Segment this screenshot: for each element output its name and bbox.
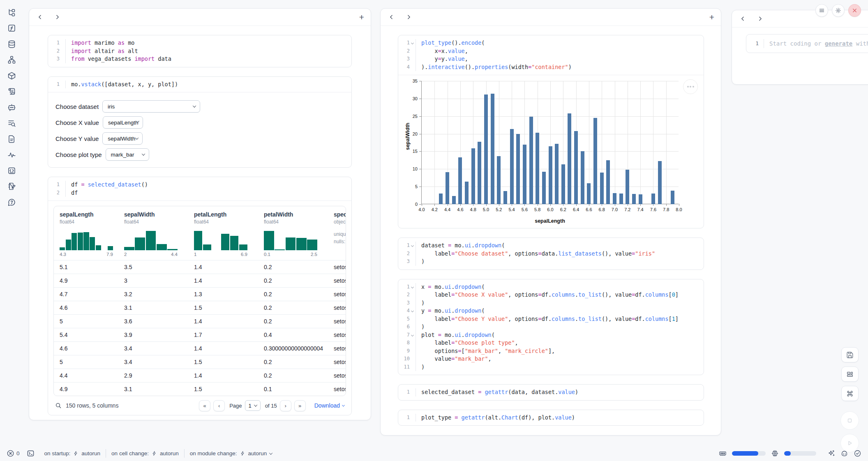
generate-link[interactable]: generate	[825, 40, 852, 47]
packages-icon[interactable]	[7, 71, 16, 81]
fold-toggle-icon[interactable]	[410, 39, 416, 47]
chart-bar	[439, 194, 443, 204]
column-name: petalWidth	[264, 211, 328, 218]
code-editor[interactable]: 1import marimo as mo2import altair as al…	[48, 35, 351, 67]
tracing-icon[interactable]	[7, 150, 16, 160]
table-row[interactable]: 4.931.40.2setosa	[54, 274, 346, 287]
errors-button[interactable]: 0	[7, 449, 20, 457]
add-cell-button[interactable]: +	[709, 13, 714, 21]
chart-bar	[458, 157, 462, 204]
table-cell: 0.1	[258, 386, 328, 392]
cell-imports[interactable]: 1import marimo as mo2import altair as al…	[48, 35, 352, 67]
table-row[interactable]: 4.63.11.50.2setosa	[54, 301, 346, 314]
chart-menu-button[interactable]	[683, 79, 698, 94]
table-column-header[interactable]: sepalWidthfloat6424.4	[118, 211, 188, 257]
cell-dataset-dropdown[interactable]: 1dataset = mo.ui.dropdown(2 label="Choos…	[398, 237, 704, 270]
fold-gutter	[410, 291, 416, 299]
ai-chat-icon[interactable]	[7, 102, 16, 112]
next-page-button[interactable]: ›	[280, 400, 291, 411]
cell-selected-dataset[interactable]: 1selected_dataset = getattr(data, datase…	[398, 384, 704, 401]
chevron-right-icon[interactable]	[53, 13, 61, 21]
cpu-icon[interactable]	[771, 449, 779, 457]
table-column-header[interactable]: speciesobjectuniquenulls:	[328, 211, 346, 257]
table-row[interactable]: 53.61.40.2setosa	[54, 314, 346, 328]
cpu-usage-meter[interactable]	[784, 451, 816, 456]
code-editor[interactable]: 1df = selected_dataset()2df	[48, 177, 351, 201]
terminal-button[interactable]	[27, 449, 35, 457]
prev-page-button[interactable]: ‹	[213, 400, 225, 411]
x-axis-tick-label: 7.6	[646, 207, 660, 212]
chevron-right-icon[interactable]	[404, 13, 413, 21]
cell-vstack[interactable]: 1mo.vstack([dataset, x, y, plot]) Choose…	[48, 76, 352, 168]
code-editor[interactable]: 1x = mo.ui.dropdown(2 label="Choose X va…	[398, 279, 704, 375]
page-number-select[interactable]: 1	[245, 400, 261, 411]
fold-toggle-icon[interactable]	[410, 307, 416, 315]
copilot-icon[interactable]	[840, 449, 848, 457]
empty-cell[interactable]: 1 Start coding or generate with	[746, 34, 868, 53]
code-editor[interactable]: 1plot_type().encode(2 x=x.value,3 y=y.va…	[398, 35, 704, 75]
chevron-left-icon[interactable]	[36, 13, 44, 21]
cell-chart[interactable]: 1plot_type().encode(2 x=x.value,3 y=y.va…	[398, 35, 704, 228]
chevron-left-icon[interactable]	[739, 15, 747, 23]
help-icon[interactable]	[7, 197, 16, 207]
fold-toggle-icon[interactable]	[410, 283, 416, 291]
settings-button[interactable]	[832, 4, 845, 17]
on-cell-change-setting[interactable]: on cell change: autorun	[111, 450, 179, 456]
y-value-select[interactable]: sepalWidth	[102, 132, 143, 145]
table-column-header[interactable]: petalWidthfloat640.12.5	[258, 211, 328, 257]
menu-button[interactable]	[815, 4, 828, 17]
cell-dataframe[interactable]: 1df = selected_dataset()2df sepalLengthf…	[48, 177, 352, 415]
table-row[interactable]: 5.43.91.70.4setosa	[54, 328, 346, 341]
table-row[interactable]: 4.73.21.30.2setosa	[54, 287, 346, 301]
table-row[interactable]: 5.13.51.40.2setosa	[54, 260, 346, 274]
file-tree-icon[interactable]	[7, 7, 16, 17]
table-row[interactable]: 4.93.11.50.1setosa	[54, 382, 346, 396]
first-page-button[interactable]: «	[199, 400, 210, 411]
table-column-header[interactable]: petalLengthfloat6416.9	[188, 211, 258, 257]
on-startup-setting[interactable]: on startup: autorun	[44, 450, 101, 456]
dataset-select[interactable]: iris	[102, 100, 200, 113]
stop-button[interactable]	[840, 411, 859, 430]
dependency-graph-icon[interactable]	[7, 55, 16, 65]
functions-icon[interactable]	[7, 23, 16, 33]
snippets-icon[interactable]	[7, 134, 16, 144]
table-row[interactable]: 53.41.50.2setosa	[54, 355, 346, 369]
on-module-change-setting[interactable]: on module change: autorun	[190, 450, 272, 456]
add-cell-button[interactable]: +	[359, 13, 364, 21]
chevron-left-icon[interactable]	[387, 13, 395, 21]
fold-toggle-icon[interactable]	[410, 242, 416, 250]
table-row[interactable]: 4.42.91.40.2setosa	[54, 369, 346, 382]
code-editor[interactable]: 1mo.vstack([dataset, x, y, plot])	[48, 77, 351, 92]
x-value-select[interactable]: sepalLength	[103, 116, 143, 129]
logs-icon[interactable]	[7, 87, 16, 97]
keyboard-shortcuts-button[interactable]	[841, 386, 859, 401]
search-icon[interactable]	[55, 402, 62, 409]
code-editor[interactable]: 1plot_type = getattr(alt.Chart(df), plot…	[398, 410, 704, 426]
memory-icon[interactable]	[719, 449, 727, 457]
cell-xy-plot-dropdowns[interactable]: 1x = mo.ui.dropdown(2 label="Choose X va…	[398, 279, 704, 376]
chevron-right-icon[interactable]	[756, 15, 764, 23]
last-page-button[interactable]: »	[294, 400, 306, 411]
chart-plot-area[interactable]: 051015202530354.04.24.44.64.85.05.25.45.…	[421, 81, 679, 204]
fold-toggle-icon[interactable]	[410, 331, 416, 339]
docs-search-icon[interactable]	[7, 118, 16, 128]
axis-tick	[419, 99, 421, 99]
code-editor[interactable]: 1selected_dataset = getattr(data, datase…	[398, 385, 704, 400]
code-output-icon[interactable]	[7, 166, 16, 175]
line-number: 3	[398, 299, 410, 307]
layout-button[interactable]	[841, 366, 859, 382]
database-icon[interactable]	[7, 39, 16, 49]
sparkles-icon[interactable]	[827, 449, 835, 457]
save-button[interactable]	[841, 347, 859, 362]
table-column-header[interactable]: sepalLengthfloat644.37.9	[54, 211, 118, 257]
download-button[interactable]: Download	[314, 402, 344, 409]
plot-type-select[interactable]: mark_bar	[106, 148, 149, 161]
code-placeholder[interactable]: Start coding or generate with	[764, 39, 868, 48]
memory-usage-meter[interactable]	[732, 451, 766, 456]
connection-status-icon[interactable]	[854, 449, 861, 457]
cell-plot-type[interactable]: 1plot_type = getattr(alt.Chart(df), plot…	[398, 410, 704, 426]
code-editor[interactable]: 1dataset = mo.ui.dropdown(2 label="Choos…	[398, 238, 704, 270]
table-row[interactable]: 4.63.41.40.30000000000000004setosa	[54, 341, 346, 355]
close-panel-button[interactable]	[848, 4, 861, 17]
scratchpad-icon[interactable]	[7, 182, 16, 191]
